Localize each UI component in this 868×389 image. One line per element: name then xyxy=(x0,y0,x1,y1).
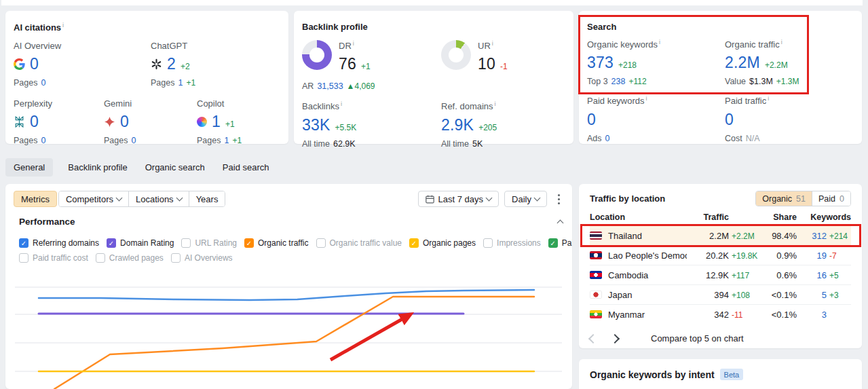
search-card: Search Organic keywordsi 373+218 Top 323… xyxy=(579,11,862,144)
checkbox-url-rating[interactable]: URL Rating xyxy=(181,238,237,248)
traffic-by-location-card: Traffic by location Organic51 Paid0 Loca… xyxy=(579,184,862,348)
page-next-button[interactable] xyxy=(610,333,620,343)
cambodia-flag xyxy=(590,271,602,279)
tab-general[interactable]: General xyxy=(5,158,53,177)
info-icon: i xyxy=(353,40,354,47)
years-button[interactable]: Years xyxy=(189,191,225,206)
ads-value-link[interactable]: 0 xyxy=(605,134,610,143)
competitors-dropdown[interactable]: Competitors xyxy=(59,191,128,206)
top3-value-link[interactable]: 238 xyxy=(611,77,626,86)
table-row-myanmar[interactable]: Myanmar 342-11 <0.1% 3 xyxy=(590,304,851,324)
copilot-value[interactable]: 1 xyxy=(212,113,221,131)
keywords-link[interactable]: 3 xyxy=(801,310,827,320)
keywords-link[interactable]: 16 xyxy=(801,270,827,280)
thailand-flag xyxy=(590,231,602,240)
beta-badge: Beta xyxy=(720,369,744,380)
backlink-profile-card: Backlink profile DRi 76+1 AR31,533▲4,069… xyxy=(294,11,573,144)
table-row-japan[interactable]: Japan 394+108 <0.1% 5+3 xyxy=(590,284,851,304)
table-row-laos[interactable]: Lao People's Democratic Reput 20.2K+19.8… xyxy=(590,245,851,265)
backlinks-stat: Backlinksi 33K+5.5K All time62.9K xyxy=(302,100,441,148)
info-icon: i xyxy=(646,95,647,102)
checkbox-paid-traffic-cost[interactable]: Paid traffic cost xyxy=(19,253,88,263)
performance-chart[interactable] xyxy=(5,264,572,389)
checkbox-organic-traffic[interactable]: ✓Organic traffic xyxy=(244,238,308,248)
table-row-cambodia[interactable]: Cambodia 12.9K+117 0.6% 16+5 xyxy=(590,265,851,284)
pages-count-link[interactable]: 0 xyxy=(131,136,136,145)
checkbox-organic-pages[interactable]: ✓Organic pages xyxy=(409,238,476,248)
checkbox-referring-domains[interactable]: ✓Referring domains xyxy=(19,238,99,248)
ur-donut-chart xyxy=(441,40,471,70)
check-icon: ✓ xyxy=(550,240,556,247)
pages-count-link[interactable]: 0 xyxy=(41,136,45,145)
myanmar-flag xyxy=(590,310,602,318)
more-options-button[interactable] xyxy=(552,191,565,207)
chart-toolbar: Metrics Competitors Locations Years Last… xyxy=(14,190,565,208)
page-previous-button[interactable] xyxy=(588,333,598,343)
keywords-link[interactable]: 312 xyxy=(801,231,827,241)
gemini-icon xyxy=(104,116,115,128)
backlinks-value-link[interactable]: 33K xyxy=(302,116,331,134)
calendar-icon xyxy=(426,195,434,204)
gemini-value[interactable]: 0 xyxy=(120,113,129,131)
ref-domains-value-link[interactable]: 2.9K xyxy=(441,116,474,134)
backlink-profile-title: Backlink profile xyxy=(302,22,565,32)
organic-paid-toggle: Organic51 Paid0 xyxy=(755,191,851,206)
chatgpt-stat: ChatGPT 2 +2 Pages1+1 xyxy=(151,41,280,88)
check-icon: ✓ xyxy=(411,240,417,247)
pages-count-link[interactable]: 1 xyxy=(178,78,183,88)
locations-dropdown[interactable]: Locations xyxy=(128,191,189,206)
checkbox-organic-traffic-value[interactable]: Organic traffic value xyxy=(316,238,402,248)
keywords-link[interactable]: 5 xyxy=(801,290,827,300)
google-icon xyxy=(14,58,25,70)
compare-top5-link[interactable]: Compare top 5 on chart xyxy=(651,333,744,344)
perplexity-value[interactable]: 0 xyxy=(30,113,39,131)
paid-keywords-stat: Paid keywordsi 0 Ads0 xyxy=(587,95,725,143)
checkbox-impressions[interactable]: Impressions xyxy=(483,238,541,248)
check-icon: ✓ xyxy=(21,240,26,247)
tab-backlink-profile[interactable]: Backlink profile xyxy=(65,158,130,177)
dr-donut-chart xyxy=(302,40,332,70)
info-icon: i xyxy=(495,100,496,107)
chatgpt-icon xyxy=(151,58,162,70)
organic-keywords-value-link[interactable]: 373 xyxy=(587,54,614,72)
domain-rating-stat: DRi 76+1 AR31,533▲4,069 xyxy=(302,40,441,91)
toggle-paid[interactable]: Paid0 xyxy=(812,191,850,206)
paid-traffic-value-link[interactable]: 0 xyxy=(725,111,734,129)
ai-overview-value[interactable]: 0 xyxy=(30,55,39,73)
keywords-link[interactable]: 19 xyxy=(801,251,827,261)
japan-flag xyxy=(590,291,602,299)
chevron-down-icon xyxy=(534,194,541,201)
info-icon: i xyxy=(781,39,782,45)
metrics-button[interactable]: Metrics xyxy=(14,191,57,207)
pages-count-link[interactable]: 0 xyxy=(41,78,45,88)
pages-count-link[interactable]: 1 xyxy=(224,136,229,145)
collapse-chevron-icon[interactable] xyxy=(557,220,564,227)
granularity-dropdown[interactable]: Daily xyxy=(504,191,547,207)
toggle-organic[interactable]: Organic51 xyxy=(756,191,812,206)
copilot-icon xyxy=(197,117,207,127)
gemini-stat: Gemini 0 Pages0 xyxy=(104,98,197,145)
performance-card: Metrics Competitors Locations Years Last… xyxy=(5,184,572,389)
checkbox-ai-overviews[interactable]: AI Overviews xyxy=(171,253,233,263)
organic-traffic-value-link[interactable]: 2.2M xyxy=(725,54,760,72)
info-icon: i xyxy=(492,40,493,47)
chatgpt-value[interactable]: 2 xyxy=(167,55,176,73)
ar-value-link[interactable]: 31,533 xyxy=(317,81,343,91)
search-title: Search xyxy=(587,22,854,32)
checkbox-crawled-pages[interactable]: Crawled pages xyxy=(96,253,164,263)
date-range-dropdown[interactable]: Last 7 days xyxy=(418,191,499,207)
checkbox-paid-traffic[interactable]: ✓Paid traffic xyxy=(548,238,572,248)
ai-citations-card: AI citationsi AI Overview 0 Pages0 ChatG… xyxy=(5,11,288,144)
chevron-down-icon xyxy=(176,194,183,201)
info-icon: i xyxy=(341,100,342,107)
info-icon: i xyxy=(62,22,64,29)
tab-organic-search[interactable]: Organic search xyxy=(143,158,208,177)
tab-paid-search[interactable]: Paid search xyxy=(220,158,272,177)
url-rating-stat: URi 10-1 xyxy=(441,40,565,91)
perplexity-stat: Perplexity 0 Pages0 xyxy=(14,98,104,145)
info-icon: i xyxy=(659,39,660,45)
table-row-thailand[interactable]: Thailand 2.2M+2.2M 98.4% 312+214 xyxy=(590,226,851,245)
performance-title: Performance xyxy=(19,217,75,227)
paid-keywords-value-link[interactable]: 0 xyxy=(587,111,596,129)
checkbox-domain-rating[interactable]: ✓Domain Rating xyxy=(107,238,174,248)
